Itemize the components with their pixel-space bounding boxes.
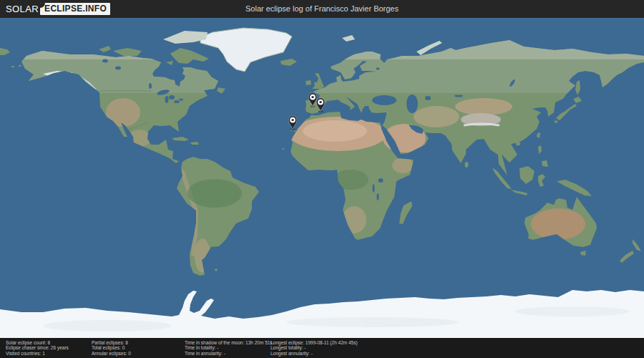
world-map[interactable]: [0, 18, 644, 338]
stat-time-in-annularity: Time in annularity: -: [185, 351, 273, 356]
top-bar: SOLAR ECLIPSE.INFO Solar eclipse log of …: [0, 0, 644, 18]
page-title: Solar eclipse log of Francisco Javier Bo…: [0, 0, 644, 18]
stats-column-counts: Solar eclipse count: 8 Eclipse chaser si…: [6, 340, 69, 356]
stats-column-types: Partial eclipses: 8 Total eclipses: 0 An…: [92, 340, 131, 356]
stat-longest-totality: Longest totality: -: [270, 345, 358, 350]
stats-bar: Solar eclipse count: 8 Eclipse chaser si…: [0, 338, 644, 358]
stat-annular-eclipses: Annular eclipses: 0: [92, 351, 131, 356]
stat-eclipse-chaser-since: Eclipse chaser since: 26 years: [6, 345, 69, 350]
world-map-graphic: [0, 18, 644, 338]
stat-longest-annularity: Longest annularity: -: [270, 351, 358, 356]
eclipse-marker-southeast-spain[interactable]: [315, 97, 326, 112]
stat-partial-eclipses: Partial eclipses: 8: [92, 340, 131, 345]
stat-time-in-shadow: Time in shadow of the moon: 13h 20m 51s: [185, 340, 273, 345]
stat-total-eclipses: Total eclipses: 0: [92, 345, 131, 350]
eclipse-marker-canary-islands[interactable]: [287, 115, 298, 130]
stat-time-in-totality: Time in totality: -: [185, 345, 273, 350]
stat-longest-eclipse: Longest eclipse: 1999-08-11 (2h 42m 45s): [270, 340, 358, 345]
stat-solar-eclipse-count: Solar eclipse count: 8: [6, 340, 69, 345]
solareclipse-app: SOLAR ECLIPSE.INFO Solar eclipse log of …: [0, 0, 644, 358]
stat-visited-countries: Visited countries: 1: [6, 351, 69, 356]
stats-column-times: Time in shadow of the moon: 13h 20m 51s …: [185, 340, 273, 356]
stats-column-records: Longest eclipse: 1999-08-11 (2h 42m 45s)…: [270, 340, 358, 356]
